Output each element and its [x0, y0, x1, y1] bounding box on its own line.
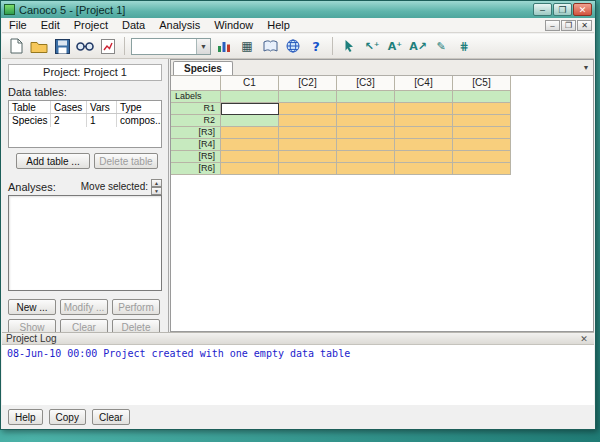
modify-analysis-button[interactable]: Modify ...	[60, 299, 108, 315]
grid-cell[interactable]	[453, 103, 511, 115]
graph-page-icon[interactable]	[98, 36, 118, 56]
perform-analysis-button[interactable]: Perform	[112, 299, 160, 315]
grid-cell[interactable]	[337, 103, 395, 115]
grid-cell[interactable]	[337, 91, 395, 103]
grid-cell[interactable]	[279, 139, 337, 151]
copy-button[interactable]: Copy	[49, 409, 86, 425]
graph-selector-combobox[interactable]: ▼	[131, 38, 211, 55]
menu-item-file[interactable]: File	[2, 19, 34, 31]
grid-row-header[interactable]: [R6]	[171, 163, 221, 175]
grid-cell[interactable]	[337, 151, 395, 163]
grid-cell[interactable]	[453, 115, 511, 127]
close-button[interactable]: ✕	[573, 3, 592, 16]
grid-cell[interactable]	[279, 163, 337, 175]
spinner-up-icon[interactable]: ▲	[151, 179, 162, 187]
grid-cell[interactable]	[221, 139, 279, 151]
grid-cell[interactable]	[337, 163, 395, 175]
grid-cell[interactable]	[453, 127, 511, 139]
grid-fence-icon[interactable]: ⋕	[454, 36, 474, 56]
grid-column-header[interactable]: [C3]	[337, 76, 395, 91]
spinner-down-icon[interactable]: ▼	[151, 187, 162, 195]
minimize-button[interactable]: –	[533, 3, 552, 16]
grid-column-header[interactable]: [C4]	[395, 76, 453, 91]
project-log-content[interactable]: 08-Jun-10 00:00 Project created with one…	[2, 345, 594, 405]
analyses-listbox[interactable]	[8, 195, 162, 291]
pointer-arrow-icon[interactable]	[339, 36, 359, 56]
grid-cell[interactable]	[395, 139, 453, 151]
grid-cell[interactable]	[395, 103, 453, 115]
grid-cell[interactable]	[453, 151, 511, 163]
title-bar[interactable]: Canoco 5 - [Project 1] – ❐ ✕	[1, 1, 595, 18]
grid-cell[interactable]	[395, 127, 453, 139]
grid-cell[interactable]	[453, 139, 511, 151]
grid-cell[interactable]	[279, 91, 337, 103]
save-icon[interactable]	[52, 36, 72, 56]
grid-cell[interactable]	[337, 115, 395, 127]
grid-cell[interactable]	[221, 103, 279, 115]
grid-cell[interactable]	[395, 151, 453, 163]
column-header[interactable]: Table	[9, 101, 51, 113]
mdi-minimize-button[interactable]: –	[545, 20, 560, 31]
menu-item-window[interactable]: Window	[207, 19, 260, 31]
label-a-plus-icon[interactable]: A⁺	[385, 36, 405, 56]
grid-row-header[interactable]: [R5]	[171, 151, 221, 163]
table-row[interactable]: Species 2 1 compos...	[9, 114, 161, 127]
label-a-arrow-icon[interactable]: A↗	[408, 36, 428, 56]
menu-item-help[interactable]: Help	[260, 19, 297, 31]
maximize-button[interactable]: ❐	[553, 3, 572, 16]
new-document-icon[interactable]	[6, 36, 26, 56]
grid-cell[interactable]	[221, 127, 279, 139]
grid-row-header[interactable]: [R4]	[171, 139, 221, 151]
delete-table-button[interactable]: Delete table	[94, 153, 158, 169]
glasses-view-icon[interactable]	[75, 36, 95, 56]
menu-item-analysis[interactable]: Analysis	[152, 19, 207, 31]
grid-cell[interactable]	[221, 151, 279, 163]
tab-species[interactable]: Species	[173, 61, 233, 75]
grid-column-header[interactable]: [C5]	[453, 76, 511, 91]
grid-row-header[interactable]: R1	[171, 103, 221, 115]
mdi-close-button[interactable]: ✕	[577, 20, 592, 31]
menu-item-edit[interactable]: Edit	[34, 19, 67, 31]
log-close-icon[interactable]: ✕	[578, 334, 590, 344]
grid-cell[interactable]	[221, 163, 279, 175]
new-analysis-button[interactable]: New ...	[8, 299, 56, 315]
grid-cell[interactable]	[279, 115, 337, 127]
notebook-icon[interactable]	[260, 36, 280, 56]
help-button[interactable]: Help	[8, 409, 43, 425]
column-header[interactable]: Vars	[87, 101, 117, 113]
grid-cell[interactable]	[337, 127, 395, 139]
add-table-button[interactable]: Add table ...	[16, 153, 90, 169]
grid-row-header[interactable]: Labels	[171, 91, 221, 103]
select-plus-icon[interactable]: ↖⁺	[362, 36, 382, 56]
grid-cell[interactable]	[395, 163, 453, 175]
grid-column-header[interactable]: C1	[221, 76, 279, 91]
grid-cell[interactable]	[221, 115, 279, 127]
grid-cell[interactable]	[221, 91, 279, 103]
menu-item-project[interactable]: Project	[67, 19, 115, 31]
help-icon[interactable]: ?	[306, 36, 326, 56]
grid-row-header[interactable]: [R3]	[171, 127, 221, 139]
grid-cell[interactable]	[453, 91, 511, 103]
chevron-down-icon[interactable]: ▼	[196, 39, 210, 54]
grid-cell[interactable]	[395, 115, 453, 127]
grid-cell[interactable]	[279, 151, 337, 163]
grid-cell[interactable]	[453, 163, 511, 175]
grid-cell[interactable]	[395, 91, 453, 103]
column-header[interactable]: Type	[117, 101, 161, 113]
data-table-icon[interactable]: ▦	[237, 36, 257, 56]
clear-log-button[interactable]: Clear	[92, 409, 130, 425]
mdi-restore-button[interactable]: ❐	[561, 20, 576, 31]
grid-cell[interactable]	[337, 139, 395, 151]
grid-cell[interactable]	[279, 127, 337, 139]
open-folder-icon[interactable]	[29, 36, 49, 56]
data-tables-grid[interactable]: Table Cases Vars Type Species 2 1 compos…	[8, 100, 162, 148]
draw-pencil-icon[interactable]: ✎	[431, 36, 451, 56]
menu-item-data[interactable]: Data	[115, 19, 152, 31]
globe-icon[interactable]	[283, 36, 303, 56]
grid-column-header[interactable]: [C2]	[279, 76, 337, 91]
bar-chart-icon[interactable]	[214, 36, 234, 56]
tab-dropdown-icon[interactable]: ▼	[579, 61, 593, 75]
column-header[interactable]: Cases	[51, 101, 87, 113]
grid-cell[interactable]	[279, 103, 337, 115]
grid-row-header[interactable]: R2	[171, 115, 221, 127]
